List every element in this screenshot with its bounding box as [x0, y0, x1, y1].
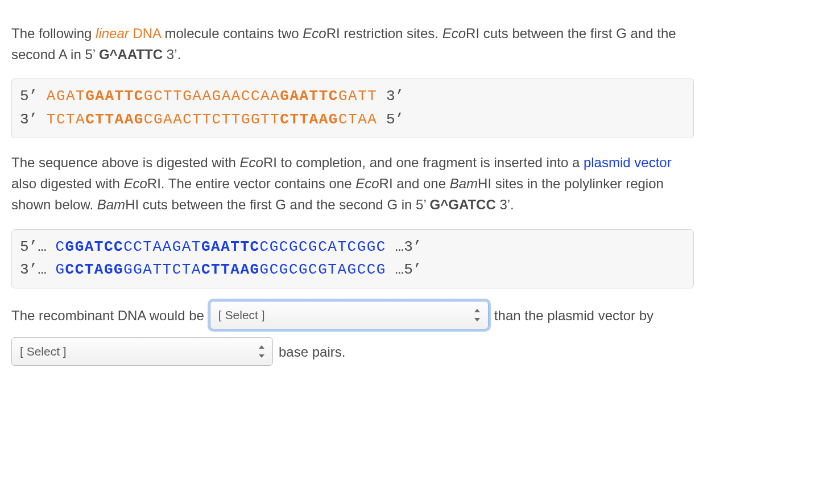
- text: 3’.: [163, 47, 181, 62]
- text: cuts between the first G and the second …: [139, 197, 429, 212]
- sequence-top-strand: 5’… CGGATCCCCTAAGATGAATTCCGCGCGCATCGGC ……: [20, 236, 685, 258]
- linear-dna-link[interactable]: linear DNA: [96, 26, 161, 41]
- chevron-up-down-icon: [473, 309, 481, 321]
- text: molecule contains two: [161, 26, 303, 41]
- text: HI: [478, 176, 491, 191]
- sequence-box-linear-dna: 5’ AGATGAATTCGCTTGAAGAACCAAGAATTCGATT 3’…: [11, 79, 694, 138]
- enzyme-bamhi: Bam: [97, 197, 125, 212]
- restriction-site-bamhi: G^GATCC: [430, 197, 496, 212]
- text: restriction sites.: [340, 26, 442, 41]
- text: The following: [11, 26, 96, 41]
- text: RI: [147, 176, 161, 191]
- select-placeholder: [ Select ]: [218, 306, 265, 325]
- answer-mid-text: than the plasmid vector by: [494, 305, 653, 326]
- enzyme-ecori: Eco: [442, 26, 466, 41]
- paragraph-1: The following linear DNA molecule contai…: [11, 23, 694, 65]
- enzyme-ecori: Eco: [355, 176, 379, 191]
- restriction-site-ecori: G^AATTC: [99, 47, 163, 62]
- sequence-bottom-strand: 3’ TCTACTTAAGCGAACTTCTTGGTTCTTAAGCTAA 5’: [20, 108, 685, 131]
- text: 3’.: [496, 197, 514, 212]
- plasmid-vector-link[interactable]: plasmid vector: [584, 155, 672, 170]
- enzyme-ecori: Eco: [303, 26, 326, 41]
- text: RI: [263, 155, 277, 170]
- text: HI: [125, 197, 139, 212]
- sequence-bottom-strand: 3’… GCCTAGGGGATTCTACTTAAGGCGCGCGTAGCCG ……: [20, 258, 685, 281]
- sequence-top-strand: 5’ AGATGAATTCGCTTGAAGAACCAAGAATTCGATT 3’: [20, 85, 685, 108]
- select-larger-smaller[interactable]: [ Select ]: [210, 301, 489, 329]
- answer-lead-text: The recombinant DNA would be: [11, 305, 204, 326]
- text: also digested with: [11, 176, 123, 191]
- answer-row-2: [ Select ] base pairs.: [11, 337, 694, 366]
- answer-tail-text: base pairs.: [279, 341, 345, 362]
- text: The sequence above is digested with: [11, 155, 240, 170]
- text: . The entire vector contains one: [161, 176, 355, 191]
- text: RI: [379, 176, 393, 191]
- enzyme-ecori: Eco: [123, 176, 147, 191]
- text: to completion, and one fragment is inser…: [277, 155, 584, 170]
- answer-row: The recombinant DNA would be [ Select ] …: [11, 301, 694, 329]
- text: linear: [96, 26, 129, 41]
- chevron-up-down-icon: [258, 345, 266, 358]
- text: and one: [393, 176, 450, 191]
- paragraph-2: The sequence above is digested with EcoR…: [11, 152, 694, 216]
- select-placeholder: [ Select ]: [20, 342, 67, 361]
- enzyme-bamhi: Bam: [450, 176, 478, 191]
- enzyme-ecori: Eco: [240, 155, 263, 170]
- select-base-pairs[interactable]: [ Select ]: [11, 337, 273, 366]
- question-body: The following linear DNA molecule contai…: [11, 23, 694, 366]
- text: RI: [326, 26, 340, 41]
- text: DNA: [133, 26, 160, 41]
- text: RI: [466, 26, 479, 41]
- sequence-box-plasmid: 5’… CGGATCCCCTAAGATGAATTCCGCGCGCATCGGC ……: [11, 229, 694, 289]
